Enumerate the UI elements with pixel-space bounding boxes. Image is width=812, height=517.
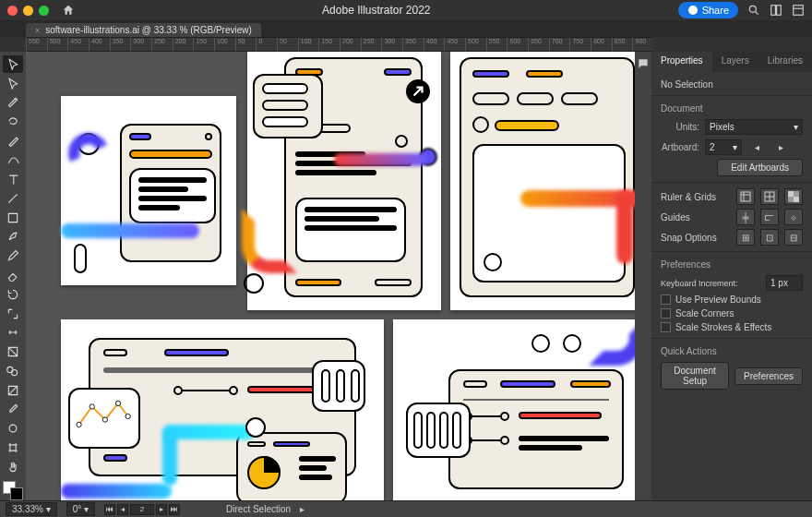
- artboard-select[interactable]: 2▾: [705, 139, 742, 155]
- blend-tool[interactable]: [3, 420, 23, 438]
- ruler-toggle-icon[interactable]: [736, 188, 755, 205]
- eyedropper-tool[interactable]: [3, 401, 23, 418]
- home-icon[interactable]: [62, 4, 75, 17]
- line-tool[interactable]: [3, 189, 23, 207]
- tab-layers[interactable]: Layers: [712, 52, 758, 72]
- rotate-tool[interactable]: [3, 285, 23, 303]
- maximize-window-icon[interactable]: [39, 6, 49, 16]
- search-icon[interactable]: [747, 4, 760, 17]
- fill-stroke-swatch[interactable]: [3, 481, 23, 500]
- status-bar: 33.33% ▾ 0° ▾ ⏮ ◂ 2 ▸ ⏭ Direct Selection…: [0, 500, 812, 517]
- edit-artboards-button[interactable]: Edit Artboards: [717, 159, 803, 176]
- svg-point-7: [77, 422, 81, 427]
- workspace-switcher-icon[interactable]: [792, 4, 805, 17]
- artboard-5: [393, 319, 635, 500]
- ruler-tick: 350: [402, 38, 424, 51]
- blend-icon: [6, 422, 19, 435]
- first-artboard-icon[interactable]: ⏮: [104, 504, 115, 515]
- pen-tool[interactable]: [3, 132, 23, 150]
- ruler-tick: 900: [632, 38, 653, 51]
- ruler-tick: 850: [612, 38, 633, 51]
- scale-tool[interactable]: [3, 305, 23, 322]
- window-controls: [7, 6, 49, 16]
- rotate-view-select[interactable]: 0° ▾: [66, 502, 95, 516]
- svg-point-10: [115, 401, 120, 405]
- width-icon: [6, 326, 19, 339]
- units-select[interactable]: Pixels▾: [705, 119, 803, 135]
- rectangle-tool[interactable]: [3, 209, 23, 226]
- gradient-tool[interactable]: [3, 381, 23, 399]
- document-heading: Document: [661, 103, 803, 114]
- tab-properties[interactable]: Properties: [651, 52, 712, 72]
- keyboard-increment-label: Keyboard Increment:: [661, 279, 760, 288]
- direct-selection-icon: [6, 77, 19, 90]
- ruler-tick: 800: [591, 38, 612, 51]
- last-artboard-icon[interactable]: ⏭: [169, 504, 180, 515]
- direct-selection-tool[interactable]: [3, 75, 23, 92]
- guides-visibility-icon[interactable]: ╪: [736, 209, 755, 225]
- svg-rect-4: [777, 6, 782, 16]
- curvature-tool[interactable]: [3, 151, 23, 169]
- pencil-tool[interactable]: [3, 247, 23, 265]
- ruler-tick: 750: [569, 38, 591, 51]
- arrow-icon: [410, 83, 426, 100]
- sparkline-icon: [76, 395, 133, 436]
- current-tool-label[interactable]: Direct Selection: [226, 504, 291, 514]
- smart-guides-icon[interactable]: ⟐: [784, 209, 803, 225]
- free-transform-tool[interactable]: [3, 343, 23, 361]
- hand-tool[interactable]: [3, 458, 23, 475]
- selection-tool[interactable]: [3, 55, 23, 73]
- scale-corners-checkbox[interactable]: Scale Corners: [661, 308, 803, 319]
- close-tab-icon[interactable]: ×: [35, 26, 40, 35]
- tab-libraries[interactable]: Libraries: [758, 52, 812, 72]
- lasso-tool[interactable]: [3, 113, 23, 130]
- next-artboard-icon[interactable]: ▸: [156, 504, 167, 515]
- type-tool[interactable]: [3, 171, 23, 188]
- ruler-tick: 250: [361, 38, 382, 51]
- minimize-window-icon[interactable]: [23, 6, 33, 16]
- snap-pixel-icon[interactable]: ⊞: [736, 229, 755, 246]
- curvature-icon: [6, 153, 19, 166]
- snap-grid-icon[interactable]: ⊟: [784, 229, 803, 246]
- prev-artboard-icon[interactable]: ◂: [747, 138, 766, 155]
- eyedropper-icon: [6, 403, 19, 415]
- transparency-grid-icon[interactable]: [784, 188, 803, 205]
- canvas[interactable]: [26, 52, 635, 500]
- use-preview-bounds-checkbox[interactable]: Use Preview Bounds: [661, 295, 803, 305]
- comment-icon[interactable]: [637, 57, 650, 70]
- horizontal-ruler[interactable]: 5505004504003503002502001501005005010015…: [26, 37, 653, 52]
- snap-point-icon[interactable]: ⊡: [760, 229, 779, 246]
- zoom-select[interactable]: 33.33% ▾: [6, 502, 57, 516]
- width-tool[interactable]: [3, 324, 23, 342]
- document-setup-button[interactable]: Document Setup: [661, 362, 729, 390]
- eraser-tool[interactable]: [3, 267, 23, 284]
- preferences-button[interactable]: Preferences: [734, 367, 803, 385]
- ruler-tick: 650: [528, 38, 549, 51]
- chevron-down-icon: ▾: [733, 142, 737, 152]
- next-artboard-icon[interactable]: ▸: [771, 138, 790, 155]
- paintbrush-tool[interactable]: [3, 228, 23, 246]
- prev-artboard-icon[interactable]: ◂: [117, 504, 128, 515]
- magic-wand-tool[interactable]: [3, 94, 23, 112]
- share-button[interactable]: Share: [678, 2, 738, 18]
- guides-lock-icon[interactable]: ⫍: [760, 209, 779, 225]
- ruler-tick: 350: [110, 38, 131, 51]
- arrange-documents-icon[interactable]: [770, 4, 782, 17]
- artboard-number-select[interactable]: 2: [130, 504, 154, 515]
- scale-strokes-checkbox[interactable]: Scale Strokes & Effects: [661, 322, 803, 332]
- ruler-tick: 550: [26, 38, 47, 51]
- hand-icon: [6, 461, 19, 474]
- ruler-tick: 300: [130, 38, 151, 51]
- grid-toggle-icon[interactable]: [760, 188, 779, 205]
- document-tab[interactable]: × software-illustrations.ai @ 33.33 % (R…: [26, 23, 261, 37]
- shape-builder-tool[interactable]: [3, 363, 23, 380]
- svg-rect-5: [794, 6, 804, 16]
- line-icon: [6, 192, 19, 205]
- tools-panel: [0, 52, 26, 500]
- close-window-icon[interactable]: [7, 6, 18, 16]
- keyboard-increment-input[interactable]: [766, 275, 803, 291]
- scale-icon: [6, 307, 19, 320]
- artboard-tool[interactable]: [3, 439, 23, 457]
- ruler-tick: 500: [47, 38, 68, 51]
- paintbrush-icon: [6, 230, 19, 243]
